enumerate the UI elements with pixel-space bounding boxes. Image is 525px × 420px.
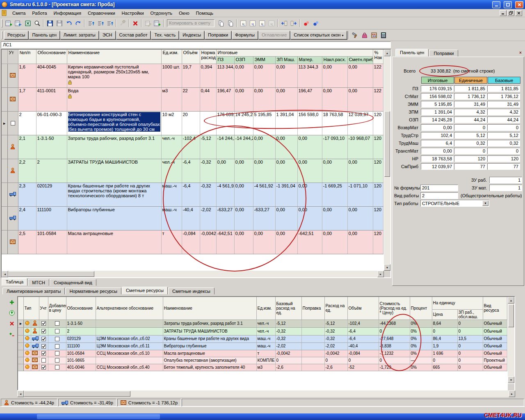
resource-row-5[interactable]: 101-9865 Опалубка переставная (амортизац… [18, 357, 507, 364]
close-button[interactable] [515, 1, 523, 8]
edit-grid-icon[interactable] [143, 18, 153, 28]
mdi-minimize-button[interactable] [500, 10, 507, 16]
copy-page-icon[interactable] [216, 18, 226, 28]
header-num[interactable]: №п/п [18, 50, 36, 64]
scroll-thumb[interactable] [384, 111, 390, 177]
added-checkbox-cell[interactable] [48, 357, 66, 364]
price-value-unit[interactable]: 31,49 [454, 101, 487, 107]
ucht-checkbox-cell[interactable] [39, 357, 48, 364]
price-value-unit[interactable]: 5,12 [454, 132, 487, 139]
tab-corrections[interactable]: Поправки [429, 50, 458, 57]
import-table-icon[interactable] [14, 18, 23, 28]
estimate-row-6[interactable]: 2,4 111100 Вибраторы глубинные маш.-ч -4… [2, 206, 383, 230]
undo-icon[interactable] [64, 18, 73, 28]
checkbox[interactable] [41, 365, 46, 370]
toolbar-handle[interactable] [1, 31, 2, 39]
estimate-row-5[interactable]: 2,3 020129 Краны башенные при работе на … [2, 183, 383, 206]
checkbox[interactable] [41, 358, 46, 363]
header-percent[interactable]: % Нак [373, 50, 383, 64]
res-header-zp[interactable]: ЗП раб., обсл.маш. [457, 309, 483, 320]
checkbox[interactable] [41, 321, 46, 326]
price-value-base[interactable]: 44,24 [487, 116, 520, 123]
price-value-total[interactable]: 5 195,85 [421, 101, 454, 107]
save-all-icon[interactable] [55, 18, 64, 28]
estimate-row-7[interactable]: 2,5 101-0584 Масла антраценовые т -0,084… [2, 230, 383, 254]
checkbox[interactable] [41, 351, 46, 356]
copy-to-estimate-combo[interactable]: Копировать в смету [167, 19, 215, 27]
view-tab-0[interactable]: Таблица [2, 278, 27, 286]
close-panel-icon[interactable]: × [518, 50, 523, 55]
checkbox[interactable] [41, 337, 46, 341]
panel-button-0[interactable]: Ресурсы [4, 31, 28, 39]
menu-item-2[interactable]: Информация [50, 10, 84, 16]
price-value-unit[interactable]: 4,32 [454, 109, 487, 115]
group-red-icon[interactable] [301, 18, 311, 28]
search-icon[interactable] [32, 18, 42, 28]
res-header-kind[interactable]: Вид ресурса [483, 297, 507, 320]
col-edinichnye[interactable]: Единичные [454, 77, 487, 84]
header-volume[interactable]: Объём [182, 50, 200, 64]
toolbar-handle[interactable] [1, 19, 2, 27]
res-header-added[interactable]: Добавлен в цену [48, 297, 66, 320]
header-mater[interactable]: Матер. [297, 56, 322, 64]
formula-input[interactable]: 201 [420, 185, 458, 191]
scroll-right-icon[interactable]: ► [509, 390, 515, 397]
resource-row-0[interactable]: ► 1-3.1-50 Затраты труда рабочих, разряд… [18, 320, 507, 327]
scroll-down-icon[interactable]: ▼ [384, 264, 390, 271]
panel-button-3[interactable]: ЭСН [99, 31, 116, 39]
maximize-button[interactable] [504, 1, 512, 8]
estimate-horizontal-scrollbar[interactable]: ◄ ► [2, 271, 384, 277]
ut-cell[interactable] [7, 111, 18, 135]
panel-button-6[interactable]: Индексы [179, 31, 204, 39]
price-base-icon[interactable]: ц [257, 18, 267, 28]
price-value-unit[interactable]: 0,32 [454, 140, 487, 146]
checkbox[interactable] [55, 351, 59, 356]
price-value-total[interactable]: 176 039,15 [421, 85, 454, 92]
estimate-row-2[interactable]: ► 2 06-01-090-3 Бетонирование конструкци… [2, 111, 383, 135]
ucht-checkbox-cell[interactable] [39, 320, 48, 327]
added-checkbox-cell[interactable] [48, 327, 66, 335]
tools-icon[interactable] [351, 30, 360, 40]
menu-item-3[interactable]: Справочники [84, 10, 119, 16]
mdi-restore-button[interactable] [507, 10, 514, 16]
resource-tab-2[interactable]: Сметные ресурсы [122, 287, 168, 294]
added-checkbox-cell[interactable] [48, 364, 66, 371]
price-value-total[interactable]: 102,4 [421, 132, 454, 139]
ucht-checkbox-cell[interactable] [39, 364, 48, 371]
price-value-unit[interactable]: 1 811,85 [454, 85, 487, 92]
res-header-price[interactable]: Цена [432, 309, 457, 320]
res-header-rate[interactable]: Расход на ед. [324, 297, 347, 320]
resource-row-4[interactable]: 101-0584 ССЦ Московская обл.,сб.10 Масла… [18, 350, 507, 357]
scroll-up-icon[interactable]: ▲ [384, 50, 390, 56]
ucht-checkbox-cell[interactable] [39, 335, 48, 342]
panel-button-9[interactable]: Оглавление [258, 31, 290, 39]
scroll-thumb[interactable] [24, 391, 130, 397]
resource-row-1[interactable]: 2 ЗАТРАТЫ ТРУДА МАШИНИСТОВ чел.-ч -0,32 … [18, 327, 507, 335]
price-unit-icon[interactable]: ц [248, 18, 257, 28]
calculator-icon[interactable] [379, 30, 388, 40]
checkbox[interactable] [55, 337, 59, 341]
price-value-unit[interactable]: 120 [454, 155, 487, 162]
resource-row-2[interactable]: 020129 ЦЭМ Московская обл.,сб.02 Краны б… [18, 335, 507, 342]
price-value-base[interactable]: 5,12 [487, 132, 520, 139]
resource-tab-3[interactable]: Сметные индексы [168, 288, 215, 294]
price-value-total[interactable]: 18 763,58 [421, 155, 454, 162]
price-value-unit[interactable]: 0 [454, 124, 487, 131]
res-header-alt[interactable]: Альтернативное обоснование [96, 297, 163, 320]
estimate-row-1[interactable]: 1,7 411-0001 Вода м3 22 0,44 196,47 0,00… [2, 87, 383, 111]
work-kind-select[interactable]: СТРОИТЕЛЬНЫЕ ▾ [420, 200, 489, 207]
price-value-base[interactable]: 1 736,12 [487, 93, 520, 100]
checkbox[interactable] [41, 329, 46, 333]
header-smpr[interactable]: Сметн.приб [347, 56, 373, 64]
scroll-down-icon[interactable]: ▼ [508, 377, 514, 383]
move-up-button[interactable] [8, 309, 16, 317]
ucht-checkbox-cell[interactable] [39, 327, 48, 335]
res-header-corr[interactable]: Поправка [301, 297, 324, 320]
header-norm[interactable]: Норма расход [200, 50, 216, 64]
paste-page-icon[interactable] [226, 18, 235, 28]
checkbox[interactable] [55, 365, 59, 370]
res-header-ucht[interactable]: Учт [39, 297, 48, 320]
resource-tab-1[interactable]: Нормативные ресурсы [65, 288, 121, 294]
resource-tab-0[interactable]: Лимитированные затраты [2, 288, 65, 294]
menu-item-6[interactable]: Окно [176, 10, 193, 16]
